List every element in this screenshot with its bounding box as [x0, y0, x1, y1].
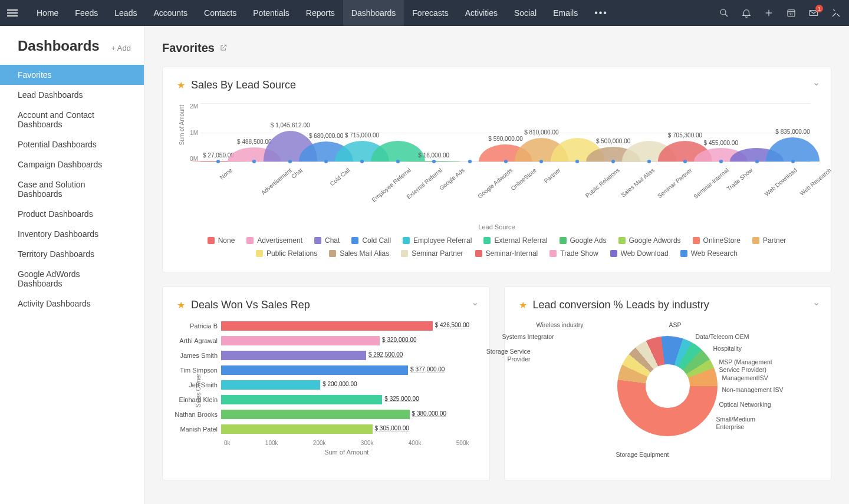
- nav-item-contacts[interactable]: Contacts: [196, 0, 245, 26]
- x-tick-label: Advertisement: [260, 167, 293, 196]
- legend-item[interactable]: Employee Referral: [403, 236, 472, 245]
- chevron-down-icon[interactable]: ⌄: [471, 297, 479, 308]
- x-tick-label: Trade Show: [725, 167, 753, 192]
- legend-item[interactable]: Chat: [314, 236, 340, 245]
- sidebar-item[interactable]: Potential Dashboards: [0, 134, 144, 154]
- nav-more-icon[interactable]: •••: [586, 0, 616, 26]
- svg-text:31: 31: [789, 12, 794, 16]
- x-tick: 200k: [313, 440, 326, 446]
- legend-item[interactable]: Advertisement: [246, 236, 302, 245]
- legend-item[interactable]: Google Adwords: [618, 236, 681, 245]
- nav-item-accounts[interactable]: Accounts: [145, 0, 196, 26]
- chevron-down-icon[interactable]: ⌄: [812, 297, 820, 308]
- x-tick-label: Chat: [290, 167, 304, 180]
- bar-category: James Smith: [168, 352, 221, 359]
- legend-item[interactable]: Seminar-Internal: [475, 249, 538, 258]
- legend-item[interactable]: Cold Call: [351, 236, 391, 245]
- donut-ring: [617, 336, 718, 436]
- x-tick-label: Employee Referral: [370, 167, 412, 203]
- sidebar-item[interactable]: Product Dashboards: [0, 204, 144, 224]
- legend: NoneAdvertisementChatCold CallEmployee R…: [177, 236, 817, 258]
- nav-item-social[interactable]: Social: [506, 0, 545, 26]
- nav-item-potentials[interactable]: Potentials: [245, 0, 297, 26]
- calendar-icon[interactable]: 31: [785, 7, 797, 19]
- legend-item[interactable]: Partner: [752, 236, 786, 245]
- nav-item-home[interactable]: Home: [28, 0, 67, 26]
- nav-item-activities[interactable]: Activities: [457, 0, 506, 26]
- sidebar-item[interactable]: Activity Dashboards: [0, 294, 144, 314]
- nav-item-leads[interactable]: Leads: [106, 0, 145, 26]
- star-icon[interactable]: ★: [177, 80, 185, 91]
- deals-won-chart: Sales Owner Patricia B$ 426,500.00Arthi …: [224, 318, 469, 456]
- sidebar-item[interactable]: Favorites: [0, 65, 144, 85]
- x-tick-label: Google Adwords: [477, 167, 514, 200]
- bar-value-label: $ 292,500.00: [368, 351, 403, 358]
- x-tick: 100k: [265, 440, 278, 446]
- page-title: Favorites: [162, 41, 215, 55]
- y-axis-label: Sales Owner: [195, 373, 202, 407]
- tools-icon[interactable]: [830, 7, 842, 19]
- search-icon[interactable]: [718, 7, 730, 19]
- legend-item[interactable]: OnlineStore: [693, 236, 741, 245]
- bar-category: Arthi Agrawal: [168, 337, 221, 344]
- nav-item-forecasts[interactable]: Forecasts: [404, 0, 456, 26]
- legend-item[interactable]: External Referral: [483, 236, 547, 245]
- x-axis-label: Sum of Amount: [224, 449, 469, 456]
- sidebar-item[interactable]: Account and Contact Dashboards: [0, 105, 144, 134]
- nav-item-dashboards[interactable]: Dashboards: [343, 0, 404, 26]
- add-dashboard-button[interactable]: + Add: [111, 44, 131, 52]
- bar-row: Tim Simpson$ 377,000.00: [224, 363, 469, 377]
- legend-item[interactable]: Public Relations: [256, 249, 317, 258]
- nav-item-reports[interactable]: Reports: [298, 0, 343, 26]
- page-title-row: Favorites: [162, 41, 831, 55]
- nav-item-emails[interactable]: Emails: [545, 0, 586, 26]
- svg-point-0: [720, 9, 726, 15]
- plus-icon[interactable]: [763, 7, 775, 19]
- sidebar-item[interactable]: Lead Dashboards: [0, 85, 144, 105]
- bar-row: James Smith$ 292,500.00: [224, 348, 469, 363]
- sidebar-item[interactable]: Campaign Dashboards: [0, 154, 144, 174]
- donut-label: ASP: [669, 321, 682, 329]
- donut-label: Storage Equipment: [616, 451, 669, 459]
- x-tick-label: Sales Mail Alias: [620, 167, 656, 198]
- nav-item-feeds[interactable]: Feeds: [67, 0, 106, 26]
- sidebar-item[interactable]: Inventory Dashboards: [0, 224, 144, 244]
- bar-category: Tim Simpson: [168, 367, 221, 374]
- legend-item[interactable]: Seminar Partner: [401, 249, 463, 258]
- bar-row: Manish Patel$ 305,000.00: [224, 421, 469, 436]
- data-label: $ 488,500.00: [237, 139, 271, 145]
- bar-value-label: $ 305,000.00: [375, 425, 409, 431]
- bar-row: Patricia B$ 426,500.00: [224, 318, 469, 333]
- legend-item[interactable]: Sales Mail Alias: [329, 249, 389, 258]
- nav-items: HomeFeedsLeadsAccountsContactsPotentials…: [28, 0, 586, 26]
- mail-icon[interactable]: 1: [808, 7, 820, 19]
- chevron-down-icon[interactable]: ⌄: [812, 77, 820, 88]
- donut-label: Storage Service Provider: [466, 348, 531, 363]
- x-tick-label: Seminar-Internal: [692, 167, 730, 200]
- bar-value-label: $ 325,000.00: [384, 396, 419, 402]
- menu-icon[interactable]: [7, 9, 25, 17]
- legend-item[interactable]: None: [208, 236, 235, 245]
- data-label: $ 1,045,612.00: [271, 122, 310, 129]
- open-external-icon[interactable]: [219, 41, 228, 55]
- x-tick-label: Web Download: [763, 167, 798, 197]
- star-icon[interactable]: ★: [519, 299, 527, 311]
- x-tick-label: None: [219, 167, 233, 181]
- legend-item[interactable]: Web Research: [680, 249, 738, 258]
- card-title: Lead conversion % Leads by industry: [533, 299, 709, 311]
- sidebar-item[interactable]: Territory Dashboards: [0, 244, 144, 264]
- bell-icon[interactable]: [741, 7, 752, 19]
- sidebar-item[interactable]: Google AdWords Dashboards: [0, 264, 144, 294]
- data-label: $ 715,000.00: [345, 132, 379, 139]
- card-title: Sales By Lead Source: [191, 79, 296, 91]
- legend-item[interactable]: Trade Show: [549, 249, 598, 258]
- x-tick-label: Web Research: [799, 167, 833, 197]
- legend-item[interactable]: Google Ads: [560, 236, 607, 245]
- bar-category: Manish Patel: [168, 426, 221, 433]
- star-icon[interactable]: ★: [177, 299, 185, 311]
- x-tick: 500k: [456, 440, 469, 446]
- bar-row: Einhard Klein$ 325,000.00: [224, 392, 469, 407]
- sidebar-item[interactable]: Case and Solution Dashboards: [0, 174, 144, 204]
- donut-label: Hospitality: [713, 345, 742, 353]
- legend-item[interactable]: Web Download: [610, 249, 669, 258]
